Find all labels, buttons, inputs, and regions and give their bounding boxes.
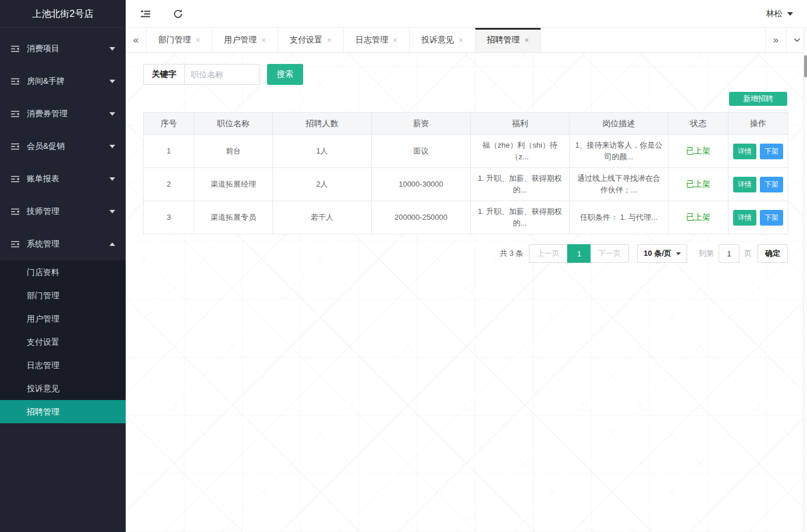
tab-complaints[interactable]: 投诉意见 ×	[410, 28, 475, 52]
close-icon[interactable]: ×	[393, 35, 397, 45]
tab-recruitment[interactable]: 招聘管理 ×	[475, 28, 541, 52]
col-header-title: 职位名称	[194, 113, 273, 135]
add-recruitment-button[interactable]: 新增招聘	[729, 92, 787, 106]
next-page-button[interactable]: 下一页	[591, 244, 629, 263]
chevron-down-icon	[787, 12, 793, 16]
add-row: 新增招聘	[143, 92, 787, 106]
col-header-salary: 薪资	[372, 113, 471, 135]
sidebar-item-consume-project[interactable]: 消费项目	[0, 33, 126, 65]
sidebar-item-label: 技师管理	[27, 206, 109, 217]
sidebar-item-rooms[interactable]: 房间&手牌	[0, 65, 126, 98]
sidebar-item-label: 消费项目	[27, 44, 109, 54]
sidebar-item-members[interactable]: 会员&促销	[0, 130, 126, 163]
tab-logs[interactable]: 日志管理 ×	[344, 28, 410, 52]
cell-description: 通过线上线下寻找潜在合作伙伴；...	[570, 168, 669, 201]
search-row: 关键字 搜索	[143, 64, 787, 85]
submenu-item-recruitment[interactable]: 招聘管理	[0, 400, 126, 423]
tabs-scroll-left-button[interactable]: «	[126, 28, 147, 52]
table-row: 1 前台 1人 面议 福（zhe）利（shi）待（z... 1、接待来访客人，你…	[144, 135, 788, 168]
submenu-item-users[interactable]: 用户管理	[0, 307, 126, 330]
scrollbar-thumb[interactable]	[804, 55, 807, 77]
cell-description: 1、接待来访客人，你是公司的颜...	[570, 135, 669, 168]
submenu-item-store-info[interactable]: 门店资料	[0, 260, 126, 284]
table-row: 3 渠道拓展专员 若干人 200000-250000 1. 升职、加薪、获得期权…	[144, 201, 788, 234]
sidebar-item-label: 会员&促销	[27, 141, 109, 152]
submenu-item-logs[interactable]: 日志管理	[0, 354, 126, 377]
col-header-welfare: 福利	[471, 113, 570, 135]
tab-departments[interactable]: 部门管理 ×	[147, 28, 212, 52]
close-icon[interactable]: ×	[195, 35, 200, 45]
search-input[interactable]	[184, 64, 260, 85]
take-down-button[interactable]: 下架	[760, 210, 783, 226]
close-icon[interactable]: ×	[458, 35, 463, 45]
goto-page-input[interactable]	[719, 244, 740, 263]
detail-button[interactable]: 详情	[733, 144, 756, 159]
status-badge: 已上架	[686, 212, 710, 222]
vertical-scrollbar[interactable]	[803, 28, 807, 532]
sidebar-item-label: 消费券管理	[27, 109, 109, 119]
tab-label: 用户管理	[224, 35, 257, 45]
chevron-down-icon	[109, 80, 115, 83]
cell-title: 渠道拓展经理	[194, 168, 273, 201]
sidebar-item-bills[interactable]: 账单报表	[0, 163, 126, 195]
submenu-item-payment[interactable]: 支付设置	[0, 330, 126, 354]
detail-button[interactable]: 详情	[733, 177, 756, 192]
close-icon[interactable]: ×	[261, 35, 266, 45]
table-row: 2 渠道拓展经理 2人 10000-30000 1. 升职、加薪、获得期权的..…	[144, 168, 788, 201]
search-button[interactable]: 搜索	[267, 64, 303, 85]
menu-list-icon	[10, 240, 20, 249]
refresh-icon[interactable]	[172, 8, 184, 20]
sidebar-menu: 消费项目 房间&手牌 消费券管理 会员&促销 账单报表	[0, 28, 126, 423]
close-icon[interactable]: ×	[524, 35, 529, 45]
table-header-row: 序号 职位名称 招聘人数 薪资 福利 岗位描述 状态 操作	[144, 113, 788, 135]
tab-payment[interactable]: 支付设置 ×	[278, 28, 344, 52]
cell-index: 3	[144, 201, 194, 234]
recruitment-table: 序号 职位名称 招聘人数 薪资 福利 岗位描述 状态 操作 1 前台 1人	[143, 112, 788, 234]
cell-count: 1人	[273, 135, 372, 168]
chevron-down-icon	[676, 252, 681, 255]
col-header-count: 招聘人数	[273, 113, 372, 135]
cell-welfare: 1. 升职、加薪、获得期权的...	[471, 168, 570, 201]
cell-index: 2	[144, 168, 194, 201]
chevron-up-icon	[109, 242, 115, 246]
topbar: 林松	[126, 0, 807, 28]
chevron-down-icon	[109, 145, 115, 148]
cell-index: 1	[144, 135, 194, 168]
col-header-index: 序号	[144, 113, 194, 135]
take-down-button[interactable]: 下架	[760, 177, 783, 192]
prev-page-button[interactable]: 上一页	[529, 244, 567, 263]
sidebar-item-system[interactable]: 系统管理	[0, 228, 126, 260]
goto-page-prefix-label: 到第	[699, 248, 714, 259]
close-icon[interactable]: ×	[327, 35, 332, 45]
cell-salary: 面议	[372, 135, 471, 168]
tabs-scroll-right-button[interactable]: »	[765, 28, 786, 52]
cell-count: 若干人	[273, 201, 372, 234]
cell-salary: 10000-30000	[372, 168, 471, 201]
content-area: 关键字 搜索 新增招聘 序号 职位名称 招聘人数 薪	[126, 53, 807, 532]
take-down-button[interactable]: 下架	[760, 144, 783, 159]
submenu-item-complaints[interactable]: 投诉意见	[0, 377, 126, 400]
cell-welfare: 1. 升职、加薪、获得期权的...	[471, 201, 570, 234]
user-menu[interactable]: 林松	[766, 9, 793, 19]
chevron-down-icon	[109, 47, 115, 51]
tab-label: 支付设置	[290, 35, 322, 45]
goto-page-suffix-label: 页	[744, 248, 752, 259]
search-group: 关键字	[143, 64, 260, 85]
submenu-item-departments[interactable]: 部门管理	[0, 284, 126, 307]
app-window: 上池北街2号店 消费项目 房间&手牌 消费券管理 会员&促销	[0, 0, 807, 532]
detail-button[interactable]: 详情	[733, 210, 756, 226]
confirm-page-button[interactable]: 确定	[758, 244, 788, 263]
collapse-sidebar-icon[interactable]	[140, 8, 151, 20]
tabbar: « 部门管理 × 用户管理 × 支付设置 × 日志管理 ×	[126, 28, 807, 53]
menu-list-icon	[10, 142, 20, 151]
page-size-select[interactable]: 10 条/页	[637, 244, 687, 263]
cell-title: 前台	[194, 135, 273, 168]
status-badge: 已上架	[686, 146, 710, 155]
sidebar-item-coupons[interactable]: 消费券管理	[0, 98, 126, 130]
page-number-button[interactable]: 1	[567, 244, 591, 263]
sidebar-item-technicians[interactable]: 技师管理	[0, 195, 126, 228]
cell-title: 渠道拓展专员	[194, 201, 273, 234]
tab-users[interactable]: 用户管理 ×	[212, 28, 278, 52]
menu-list-icon	[10, 174, 20, 184]
tabs: 部门管理 × 用户管理 × 支付设置 × 日志管理 × 投诉意见 ×	[147, 28, 541, 52]
